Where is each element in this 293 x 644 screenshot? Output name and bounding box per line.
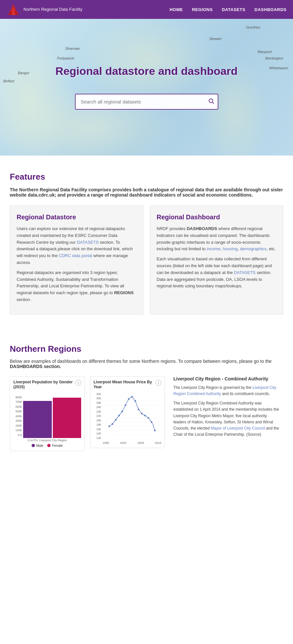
svg-point-21 [125,404,126,406]
info-card-para1: The Liverpool City Region is governed by… [173,385,280,397]
bar-chart: 800k 700k 600k 500k 400k 300k 200k 100k … [13,392,81,438]
svg-point-3 [209,99,213,103]
logo-icon [7,3,20,16]
regions-intro: Below are examples of dashboards on diff… [10,359,283,369]
legend-label-female: Female [52,444,63,447]
chart1-legend: Male Female [13,444,81,447]
navbar: Northern Regional Data Facility HOME REG… [0,0,293,19]
legend-dot-male [32,444,35,447]
nav-regions[interactable]: REGIONS [192,7,212,12]
line-chart-xaxis: 1995 2002 2009 2016 [103,441,161,445]
datastore-para2: Regional datapacks are organised into 3 … [17,269,137,303]
svg-point-29 [151,421,153,423]
nav-links: HOME REGIONS DATASETS DASHBOARDS [169,7,286,12]
svg-point-17 [112,423,113,425]
map-label-stewart: Stewart [209,37,221,41]
svg-point-16 [109,425,110,427]
map-label-whitehaven: Whitehaven [269,66,288,70]
income-link[interactable]: income [207,246,220,251]
nav-datasets[interactable]: DATASETS [222,7,245,12]
dashboard-title: Regional Dashboard [157,213,277,221]
nav-dashboards[interactable]: DASHBOARDS [255,7,286,12]
chart-card-population: Liverpool Population by Gender (2015) i … [10,376,85,451]
chart-card-header-1: Liverpool Population by Gender (2015) i [13,380,81,390]
chart-card-header-2: Liverpool Mean House Price By Year i [94,380,161,390]
hero-content: Regional datastore and dashboard [55,65,238,87]
svg-point-27 [144,415,146,416]
search-icon [208,98,214,104]
housing-link[interactable]: housing [223,246,238,251]
svg-point-23 [131,396,133,397]
datastore-para1: Users can explore our extensive list of … [17,226,137,266]
bar-chart-yaxis: 800k 700k 600k 500k 400k 300k 200k 100k … [13,396,23,438]
bar-male [23,401,52,438]
map-label-portpatrick: Portpatrick [57,56,74,60]
brand-name: Northern Regional Data Facility [23,7,82,12]
map-label-maryport: Maryport [258,50,272,54]
regions-heading: Northern Regions [10,344,283,354]
lcr-link[interactable]: Liverpool City Region Combined Authority [173,385,276,396]
svg-point-26 [141,413,143,414]
svg-point-19 [118,415,120,416]
cdrc-link[interactable]: CDRC data portal [59,253,92,258]
feature-card-dashboard: Regional Dashboard NRDF provides DASHBOA… [150,205,284,315]
features-section: Features The Northern Regional Data Faci… [0,156,293,328]
bars-area [23,396,81,438]
info-icon-2[interactable]: i [155,380,161,386]
svg-point-18 [115,419,117,420]
features-cards: Regional Datastore Users can explore our… [10,205,283,315]
svg-point-30 [154,430,156,431]
line-chart-svg [103,392,161,440]
line-chart-wrapper: 32k 30k 28k 26k 24k 22k 20k 18k 16k 14k … [94,392,161,445]
brand: Northern Regional Data Facility [7,3,82,16]
svg-point-20 [122,410,123,412]
info-card-para2: The Liverpool City Region Combined Autho… [173,400,280,438]
dashboard-para2: Each visualisation is based on data coll… [157,256,277,290]
search-input[interactable] [75,94,218,110]
line-chart-svg-container: 1995 2002 2009 2016 [103,392,161,445]
svg-point-25 [138,408,139,410]
features-heading: Features [10,172,283,182]
hero-title: Regional datastore and dashboard [55,65,238,77]
chart-card-houseprice: Liverpool Mean House Price By Year i 32k… [90,376,165,448]
feature-card-datastore: Regional Datastore Users can explore our… [10,205,143,315]
datasets-link-2[interactable]: DATASETS [234,270,256,275]
datastore-title: Regional Datastore [17,213,137,221]
hero-search [75,94,218,110]
info-card-title: Liverpool City Region - Combined Authori… [173,376,280,381]
datasets-link-1[interactable]: DATASETS [77,240,99,245]
legend-male: Male [32,444,43,447]
hero-overlay [0,19,293,156]
chart2-title: Liverpool Mean House Price By Year [94,380,155,390]
legend-dot-female [47,444,51,447]
legend-female: Female [47,444,63,447]
map-label-stranraer: Stranraer [65,47,80,50]
svg-point-22 [128,398,130,400]
regions-section: Northern Regions Below are examples of d… [0,328,293,464]
map-label-bangor: Bangor [18,71,29,75]
chart1-title: Liverpool Population by Gender (2015) [13,380,75,390]
line-chart-yaxis: 32k 30k 28k 26k 24k 22k 20k 18k 16k 14k … [94,392,102,440]
nav-home[interactable]: HOME [169,7,183,12]
bar-female [53,398,81,438]
svg-point-24 [135,400,136,402]
hero-section: Dumfries Stewart Stranraer Portpatrick B… [0,19,293,156]
svg-line-4 [212,102,214,104]
info-text-card: Liverpool City Region - Combined Authori… [170,376,283,441]
map-label-belfast: Belfast [3,79,14,83]
features-intro: The Northern Regional Data Facility comp… [10,187,283,198]
chart1-xlabel: CAUTH: Liverpool City Region [13,439,81,442]
map-label-dumfries: Dumfries [246,25,260,29]
svg-point-28 [148,417,149,418]
regions-grid: Liverpool Population by Gender (2015) i … [10,376,283,451]
legend-label-male: Male [36,444,43,447]
info-icon-1[interactable]: i [75,380,81,386]
bar-group-male-female [23,396,81,438]
demographics-link[interactable]: demographics [240,246,267,251]
search-button[interactable] [208,98,214,106]
mayor-link[interactable]: Mayor of Liverpool City Council [211,426,265,431]
dashboard-para1: NRDF provides DASHBOARDS where different… [157,226,277,253]
map-label-workington: Workington [265,56,283,60]
